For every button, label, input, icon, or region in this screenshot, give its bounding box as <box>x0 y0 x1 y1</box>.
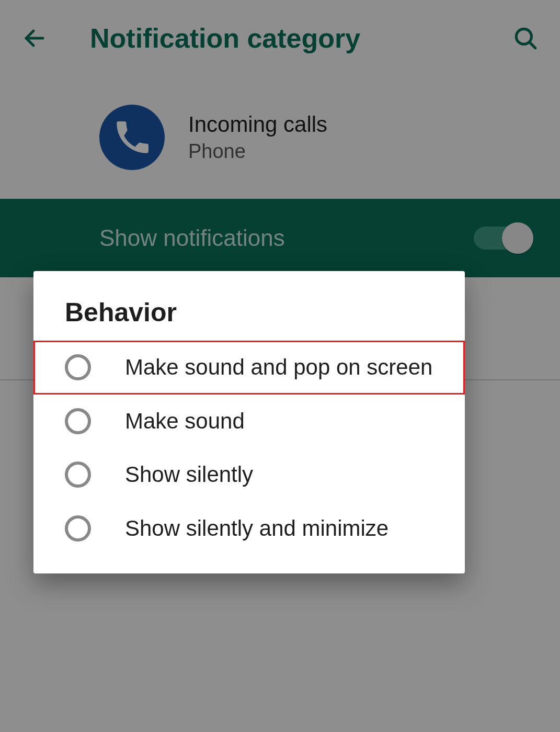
option-label: Show silently <box>91 461 253 489</box>
option-label: Make sound and pop on screen <box>91 354 432 381</box>
option-make-sound-and-pop[interactable]: Make sound and pop on screen <box>33 341 465 395</box>
radio-icon <box>65 408 91 434</box>
radio-icon <box>65 354 91 380</box>
option-label: Make sound <box>91 408 245 435</box>
radio-icon <box>65 461 91 488</box>
option-label: Show silently and minimize <box>91 515 388 543</box>
option-show-silently-minimize[interactable]: Show silently and minimize <box>33 502 465 556</box>
screen: Notification category Incoming calls Pho… <box>0 0 560 732</box>
option-show-silently[interactable]: Show silently <box>33 448 465 502</box>
radio-icon <box>65 515 91 542</box>
option-make-sound[interactable]: Make sound <box>33 395 465 448</box>
behavior-dialog: Behavior Make sound and pop on screen Ma… <box>33 271 465 573</box>
dialog-title: Behavior <box>33 297 465 341</box>
